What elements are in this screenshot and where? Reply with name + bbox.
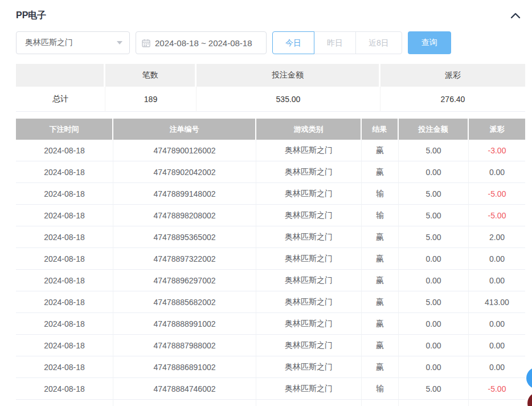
bet-amount-cell: 5.00: [399, 183, 469, 205]
table-row: 2024-08-1847478902042002奥林匹斯之门赢0.000.00: [16, 161, 525, 183]
game-category-cell: 奥林匹斯之门: [256, 291, 362, 313]
payout-cell: 0.00: [469, 161, 525, 183]
bet-time-cell: 2024-08-18: [16, 291, 113, 313]
bet-time-cell: 2024-08-18: [16, 205, 113, 226]
bet-id-cell: 47478898208002: [113, 205, 256, 226]
game-category-cell: 奥林匹斯之门: [256, 313, 362, 335]
table-row: [16, 400, 525, 406]
payout-cell: [469, 400, 525, 406]
quick-button-今日[interactable]: 今日: [272, 31, 314, 54]
bet-amount-cell: 0.00: [399, 313, 469, 335]
bets-col-header-4: 投注金额: [399, 119, 469, 140]
bet-id-cell: 47478884746002: [113, 378, 256, 400]
table-row: 2024-08-1847478885682002奥林匹斯之门赢5.00413.0…: [16, 291, 525, 313]
bet-amount-cell: [399, 400, 469, 406]
panel-header: PP电子: [16, 9, 525, 22]
result-cell: 赢: [362, 335, 399, 356]
result-cell: [362, 400, 399, 406]
bet-amount-cell: 5.00: [399, 205, 469, 226]
summary-header-count: 笔数: [105, 64, 197, 87]
panel-title: PP电子: [16, 10, 46, 22]
bet-amount-cell: 5.00: [399, 226, 469, 248]
bet-id-cell: 47478902042002: [113, 161, 256, 183]
pp-games-panel: PP电子 奥林匹斯之门 2024-08-18 ~ 2024-: [0, 0, 532, 406]
bet-amount-cell: 0.00: [399, 356, 469, 378]
result-cell: 赢: [362, 140, 399, 161]
quick-date-buttons: 今日昨日近8日: [272, 31, 402, 54]
calendar-icon: [142, 39, 150, 47]
summary-header-payout: 派彩: [380, 64, 525, 87]
bets-col-header-2: 游戏类别: [256, 119, 362, 140]
floating-action-red[interactable]: [527, 392, 532, 406]
summary-header-bet-amount: 投注金额: [197, 64, 380, 87]
bet-id-cell: [113, 400, 256, 406]
result-cell: 赢: [362, 313, 399, 335]
bet-id-cell: 47478888991002: [113, 313, 256, 335]
game-category-cell: 奥林匹斯之门: [256, 356, 362, 378]
bet-id-cell: 47478896297002: [113, 270, 256, 291]
quick-button-近8日[interactable]: 近8日: [355, 31, 402, 54]
result-cell: 赢: [362, 270, 399, 291]
bet-id-cell: 47478895365002: [113, 226, 256, 248]
bet-time-cell: 2024-08-18: [16, 270, 113, 291]
bet-amount-cell: 5.00: [399, 140, 469, 161]
game-category-cell: 奥林匹斯之门: [256, 335, 362, 356]
bet-time-cell: 2024-08-18: [16, 140, 113, 161]
result-cell: 赢: [362, 161, 399, 183]
game-category-cell: 奥林匹斯之门: [256, 248, 362, 270]
payout-cell: -5.00: [469, 205, 525, 226]
bet-amount-cell: 0.00: [399, 335, 469, 356]
bet-id-cell: 47478886891002: [113, 356, 256, 378]
chevron-up-icon: [510, 12, 521, 19]
summary-total-payout: 276.40: [380, 87, 525, 112]
bet-time-cell: 2024-08-18: [16, 226, 113, 248]
result-cell: 赢: [362, 356, 399, 378]
bet-time-cell: 2024-08-18: [16, 378, 113, 400]
table-row: 2024-08-1847478895365002奥林匹斯之门赢5.002.00: [16, 226, 525, 248]
result-cell: 赢: [362, 226, 399, 248]
table-row: 2024-08-1847478899148002奥林匹斯之门输5.00-5.00: [16, 183, 525, 205]
game-category-cell: 奥林匹斯之门: [256, 205, 362, 226]
query-button[interactable]: 查询: [408, 31, 451, 54]
table-row: 2024-08-1847478898208002奥林匹斯之门输5.00-5.00: [16, 205, 525, 226]
summary-total-label: 总计: [16, 87, 105, 112]
bet-amount-cell: 5.00: [399, 378, 469, 400]
bets-col-header-3: 结果: [362, 119, 399, 140]
bet-id-cell: 47478885682002: [113, 291, 256, 313]
summary-header-empty: [16, 64, 105, 87]
result-cell: 输: [362, 183, 399, 205]
bet-id-cell: 47478900126002: [113, 140, 256, 161]
payout-cell: -5.00: [469, 378, 525, 400]
bet-amount-cell: 5.00: [399, 291, 469, 313]
table-row: 2024-08-1847478896297002奥林匹斯之门赢0.000.00: [16, 270, 525, 291]
collapse-button[interactable]: [509, 9, 522, 22]
bets-table-header-row: 下注时间注单编号游戏类别结果投注金额派彩: [16, 119, 525, 140]
date-range-input[interactable]: 2024-08-18 ~ 2024-08-18: [136, 31, 267, 54]
payout-cell: 2.00: [469, 226, 525, 248]
table-row: 2024-08-1847478897322002奥林匹斯之门赢0.000.00: [16, 248, 525, 270]
game-select-value: 奥林匹斯之门: [25, 38, 73, 48]
payout-cell: 0.00: [469, 248, 525, 270]
bet-time-cell: 2024-08-18: [16, 161, 113, 183]
bet-time-cell: 2024-08-18: [16, 356, 113, 378]
summary-total-row: 总计 189 535.00 276.40: [16, 87, 525, 112]
bets-table: 下注时间注单编号游戏类别结果投注金额派彩 2024-08-18474789001…: [16, 119, 525, 406]
bet-time-cell: [16, 400, 113, 406]
date-range-value: 2024-08-18 ~ 2024-08-18: [155, 38, 252, 48]
bet-id-cell: 47478887988002: [113, 335, 256, 356]
quick-button-昨日[interactable]: 昨日: [314, 31, 356, 54]
payout-cell: 413.00: [469, 291, 525, 313]
game-category-cell: 奥林匹斯之门: [256, 378, 362, 400]
filter-bar: 奥林匹斯之门 2024-08-18 ~ 2024-08-18 今日昨日近8日 查…: [16, 31, 525, 54]
floating-action-blue[interactable]: [526, 367, 532, 389]
table-row: 2024-08-1847478900126002奥林匹斯之门赢5.00-3.00: [16, 140, 525, 161]
game-select[interactable]: 奥林匹斯之门: [16, 31, 130, 54]
summary-total-count: 189: [105, 87, 197, 112]
bet-time-cell: 2024-08-18: [16, 313, 113, 335]
bet-time-cell: 2024-08-18: [16, 335, 113, 356]
table-row: 2024-08-1847478887988002奥林匹斯之门赢0.000.00: [16, 335, 525, 356]
table-row: 2024-08-1847478884746002奥林匹斯之门输5.00-5.00: [16, 378, 525, 400]
payout-cell: -3.00: [469, 140, 525, 161]
bets-col-header-5: 派彩: [469, 119, 525, 140]
game-category-cell: 奥林匹斯之门: [256, 183, 362, 205]
